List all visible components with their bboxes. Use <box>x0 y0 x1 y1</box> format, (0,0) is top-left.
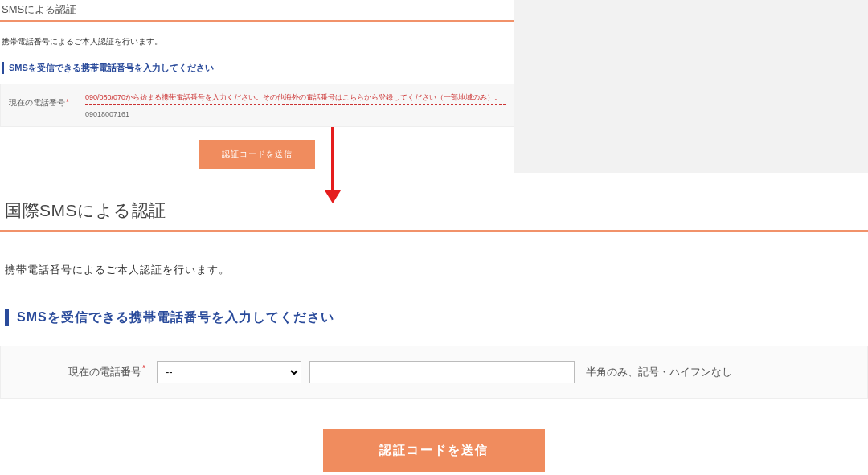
intl-sms-auth-panel: 国際SMSによる認証 携帯電話番号によるご本人認証を行います。 SMSを受信でき… <box>0 199 868 476</box>
required-mark: * <box>142 363 145 373</box>
country-select[interactable]: -- <box>157 361 301 383</box>
page-title: 国際SMSによる認証 <box>0 199 868 230</box>
right-gray-panel <box>514 0 868 173</box>
desc: 携帯電話番号によるご本人認証を行います。 <box>0 232 868 285</box>
phone-hint: 半角のみ、記号・ハイフンなし <box>586 365 732 379</box>
arrow-down-icon <box>325 127 341 203</box>
phone-formrow-small: 現在の電話番号* 090/080/070から始まる携帯電話番号を入力ください。そ… <box>0 84 514 127</box>
phone-label: 現在の電話番号* <box>12 363 157 379</box>
phone-input-wrap: 090/080/070から始まる携帯電話番号を入力ください。その他海外の電話番号… <box>85 92 506 105</box>
subhead-small: SMSを受信できる携帯電話番号を入力してください <box>2 62 514 74</box>
desc-small: 携帯電話番号によるご本人認証を行います。 <box>0 22 514 55</box>
phone-input[interactable] <box>309 361 575 383</box>
required-mark: * <box>66 98 69 107</box>
phone-label-text: 現在の電話番号 <box>9 98 65 107</box>
sms-auth-panel-small: SMSによる認証 携帯電話番号によるご本人認証を行います。 SMSを受信できる携… <box>0 0 514 183</box>
phone-label-small: 現在の電話番号* <box>9 92 85 109</box>
page-title-small: SMSによる認証 <box>0 0 514 20</box>
send-code-button-small[interactable]: 認証コードを送信 <box>199 140 315 169</box>
phone-help-text: 090/080/070から始まる携帯電話番号を入力ください。その他海外の電話番号… <box>85 92 506 104</box>
button-row: 認証コードを送信 <box>0 399 868 476</box>
phone-formrow: 現在の電話番号* -- 半角のみ、記号・ハイフンなし <box>0 346 868 399</box>
subhead: SMSを受信できる携帯電話番号を入力してください <box>5 309 868 326</box>
send-code-button[interactable]: 認証コードを送信 <box>323 429 545 472</box>
phone-rhs-small: 090/080/070から始まる携帯電話番号を入力ください。その他海外の電話番号… <box>85 92 506 120</box>
button-row-small: 認証コードを送信 <box>0 127 514 183</box>
phone-label-text: 現在の電話番号 <box>68 366 141 379</box>
phone-value-small: 09018007161 <box>85 107 129 118</box>
